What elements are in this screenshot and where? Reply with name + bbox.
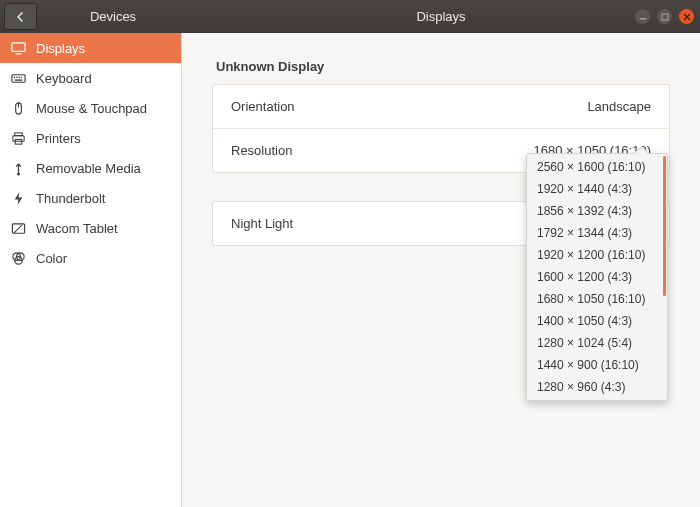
resolution-option[interactable]: 2560 × 1600 (16:10) xyxy=(527,156,667,178)
window-controls xyxy=(635,0,694,33)
night-light-label: Night Light xyxy=(231,216,293,231)
minimize-button[interactable] xyxy=(635,9,650,24)
displays-icon xyxy=(10,40,26,56)
maximize-button[interactable] xyxy=(657,9,672,24)
display-section-title: Unknown Display xyxy=(216,59,670,74)
close-button[interactable] xyxy=(679,9,694,24)
resolution-option[interactable]: 1920 × 1200 (16:10) xyxy=(527,244,667,266)
maximize-icon xyxy=(661,13,669,21)
svg-rect-4 xyxy=(11,74,24,82)
resolution-option[interactable]: 1792 × 1344 (4:3) xyxy=(527,222,667,244)
sidebar-item-label: Thunderbolt xyxy=(36,191,105,206)
sidebar-item-color[interactable]: Color xyxy=(0,243,181,273)
titlebar-center-title: Displays xyxy=(182,9,700,24)
sidebar-item-label: Displays xyxy=(36,41,85,56)
sidebar-item-label: Keyboard xyxy=(36,71,92,86)
sidebar-item-wacom[interactable]: Wacom Tablet xyxy=(0,213,181,243)
svg-point-15 xyxy=(17,172,20,175)
sidebar-item-removable[interactable]: Removable Media xyxy=(0,153,181,183)
sidebar-item-label: Mouse & Touchpad xyxy=(36,101,147,116)
svg-rect-13 xyxy=(12,135,23,141)
resolution-option[interactable]: 1280 × 960 (4:3) xyxy=(527,376,667,398)
orientation-label: Orientation xyxy=(231,99,295,114)
resolution-option[interactable]: 1400 × 1050 (4:3) xyxy=(527,310,667,332)
orientation-value: Landscape xyxy=(587,99,651,114)
keyboard-icon xyxy=(10,70,26,86)
main-area: Displays Keyboard Mouse & Touchpad Print… xyxy=(0,33,700,507)
chevron-left-icon xyxy=(15,11,27,23)
tablet-icon xyxy=(10,220,26,236)
close-icon xyxy=(683,13,691,21)
svg-rect-2 xyxy=(11,42,24,50)
printer-icon xyxy=(10,130,26,146)
usb-icon xyxy=(10,160,26,176)
resolution-label: Resolution xyxy=(231,143,292,158)
svg-rect-1 xyxy=(662,14,668,20)
svg-rect-8 xyxy=(20,76,21,77)
thunderbolt-icon xyxy=(10,190,26,206)
titlebar-left-title: Devices xyxy=(44,9,182,24)
dropdown-scrollbar[interactable] xyxy=(663,156,666,296)
sidebar-item-label: Removable Media xyxy=(36,161,141,176)
svg-rect-7 xyxy=(18,76,19,77)
minimize-icon xyxy=(639,13,647,21)
sidebar: Displays Keyboard Mouse & Touchpad Print… xyxy=(0,33,182,507)
sidebar-item-label: Printers xyxy=(36,131,81,146)
color-icon xyxy=(10,250,26,266)
resolution-option[interactable]: 1280 × 1024 (5:4) xyxy=(527,332,667,354)
orientation-row[interactable]: Orientation Landscape xyxy=(213,85,669,129)
sidebar-item-keyboard[interactable]: Keyboard xyxy=(0,63,181,93)
sidebar-item-label: Color xyxy=(36,251,67,266)
sidebar-item-thunderbolt[interactable]: Thunderbolt xyxy=(0,183,181,213)
resolution-option[interactable]: 1600 × 1200 (4:3) xyxy=(527,266,667,288)
sidebar-item-printers[interactable]: Printers xyxy=(0,123,181,153)
mouse-icon xyxy=(10,100,26,116)
back-button[interactable] xyxy=(4,3,37,30)
titlebar: Devices Displays xyxy=(0,0,700,33)
svg-line-17 xyxy=(13,224,21,232)
svg-rect-3 xyxy=(15,53,21,54)
svg-rect-0 xyxy=(640,18,646,20)
resolution-option[interactable]: 1920 × 1440 (4:3) xyxy=(527,178,667,200)
resolution-option[interactable]: 1680 × 1050 (16:10) xyxy=(527,288,667,310)
svg-rect-6 xyxy=(16,76,17,77)
sidebar-item-mouse[interactable]: Mouse & Touchpad xyxy=(0,93,181,123)
sidebar-item-label: Wacom Tablet xyxy=(36,221,118,236)
resolution-dropdown: 2560 × 1600 (16:10) 1920 × 1440 (4:3) 18… xyxy=(526,153,668,401)
svg-rect-9 xyxy=(14,79,22,80)
resolution-option[interactable]: 1440 × 900 (16:10) xyxy=(527,354,667,376)
resolution-option[interactable]: 1856 × 1392 (4:3) xyxy=(527,200,667,222)
content-area: Unknown Display Orientation Landscape Re… xyxy=(182,33,700,507)
sidebar-item-displays[interactable]: Displays xyxy=(0,33,181,63)
svg-rect-5 xyxy=(13,76,14,77)
